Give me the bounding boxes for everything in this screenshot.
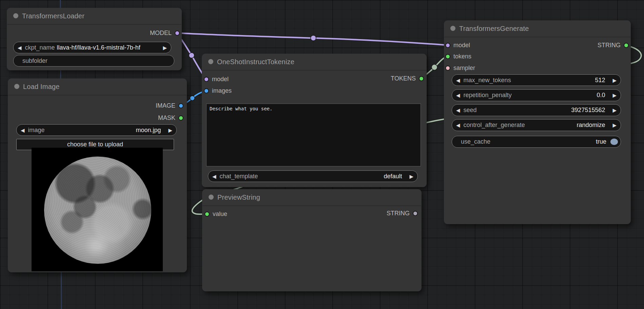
widget-image-filename[interactable]: ◀ image moon.jpg ▶: [16, 124, 177, 136]
mask-output-socket-icon[interactable]: [178, 115, 183, 121]
collapse-dot-icon[interactable]: [14, 84, 19, 89]
widget-max-new-tokens[interactable]: ◀ max_new_tokens 512 ▶: [452, 74, 621, 86]
value-input-socket-icon[interactable]: [204, 212, 210, 217]
combo-right-arrow-icon[interactable]: ▶: [168, 128, 172, 133]
output-string[interactable]: STRING: [387, 210, 418, 217]
combo-left-arrow-icon[interactable]: ◀: [456, 123, 460, 128]
string-output-socket-icon[interactable]: [413, 211, 418, 216]
node-transformers-loader[interactable]: TransformersLoader MODEL ◀ ckpt_name lla…: [7, 8, 182, 70]
widget-subfolder[interactable]: subfolder: [13, 55, 174, 67]
tokens-output-socket-icon[interactable]: [419, 76, 424, 81]
title-separator: [444, 37, 630, 37]
combo-left-arrow-icon[interactable]: ◀: [212, 174, 216, 179]
node-title: TransformersLoader: [22, 11, 84, 21]
input-tokens[interactable]: tokens: [445, 53, 471, 60]
image-output-socket-icon[interactable]: [178, 103, 183, 108]
title-separator: [8, 95, 187, 95]
widget-chat-template[interactable]: ◀ chat_template default ▶: [208, 170, 418, 182]
tokens-wire-midpoint-dot[interactable]: [432, 65, 437, 70]
model-output-socket-icon[interactable]: [175, 31, 180, 36]
input-model[interactable]: model: [445, 41, 470, 49]
output-string[interactable]: STRING: [598, 41, 629, 49]
input-value[interactable]: value: [204, 210, 227, 218]
string-output-socket-icon[interactable]: [624, 43, 629, 48]
title-separator: [7, 24, 181, 25]
prompt-textarea[interactable]: Describe what you see.: [206, 104, 421, 166]
combo-right-arrow-icon[interactable]: ▶: [612, 78, 617, 83]
widget-seed[interactable]: ◀ seed 3927515562 ▶: [452, 104, 621, 116]
output-image[interactable]: IMAGE: [156, 102, 183, 109]
node-title: OneShotInstructTokenize: [217, 57, 294, 67]
node-title: Load Image: [23, 82, 60, 91]
widget-use-cache[interactable]: use_cache true: [452, 136, 621, 148]
combo-right-arrow-icon[interactable]: ▶: [612, 123, 617, 128]
combo-right-arrow-icon[interactable]: ▶: [163, 45, 167, 50]
combo-left-arrow-icon[interactable]: ◀: [18, 45, 22, 50]
combo-left-arrow-icon[interactable]: ◀: [456, 93, 460, 98]
input-images[interactable]: images: [204, 87, 232, 94]
node-title: TransformersGenerate: [459, 24, 529, 33]
widget-ckpt-name[interactable]: ◀ ckpt_name llava-hf/llava-v1.6-mistral-…: [13, 42, 171, 53]
collapse-dot-icon[interactable]: [208, 59, 213, 64]
collapse-dot-icon[interactable]: [209, 195, 214, 200]
model-wire2-midpoint-dot[interactable]: [189, 53, 194, 58]
node-transformers-generate[interactable]: TransformersGenerate model tokens sample…: [444, 20, 631, 224]
node-preview-string[interactable]: PreviewString value STRING: [202, 189, 422, 291]
collapse-dot-icon[interactable]: [13, 13, 18, 18]
use-cache-toggle-icon[interactable]: [610, 139, 618, 145]
node-one-shot-instruct-tokenize[interactable]: OneShotInstructTokenize model images TOK…: [202, 54, 427, 187]
model-input-socket-icon[interactable]: [204, 77, 209, 82]
image-wire-midpoint-dot[interactable]: [190, 96, 195, 101]
output-tokens[interactable]: TOKENS: [391, 75, 424, 82]
combo-right-arrow-icon[interactable]: ▶: [409, 174, 413, 179]
widget-repetition-penalty[interactable]: ◀ repetition_penalty 0.0 ▶: [452, 89, 621, 101]
collapse-dot-icon[interactable]: [450, 26, 455, 31]
node-title: PreviewString: [217, 193, 260, 202]
title-separator: [202, 70, 426, 71]
input-sampler[interactable]: sampler: [445, 64, 475, 72]
combo-right-arrow-icon[interactable]: ▶: [612, 108, 617, 113]
title-separator: [202, 205, 421, 206]
combo-left-arrow-icon[interactable]: ◀: [456, 78, 460, 83]
node-load-image[interactable]: Load Image IMAGE MASK ◀ image moon.jpg ▶…: [8, 78, 187, 272]
model-input-socket-icon[interactable]: [445, 43, 450, 48]
input-model[interactable]: model: [204, 75, 229, 83]
widget-control-after-generate[interactable]: ◀ control_after_generate randomize ▶: [452, 119, 621, 131]
model-wire-midpoint-dot[interactable]: [311, 35, 316, 41]
image-preview: [32, 148, 163, 271]
output-mask[interactable]: MASK: [158, 114, 183, 122]
combo-left-arrow-icon[interactable]: ◀: [21, 128, 25, 133]
output-model[interactable]: MODEL: [150, 29, 180, 37]
sampler-input-socket-icon[interactable]: [445, 66, 450, 71]
node-graph-canvas[interactable]: TransformersLoader MODEL ◀ ckpt_name lla…: [0, 0, 644, 309]
tokens-input-socket-icon[interactable]: [445, 54, 450, 59]
combo-left-arrow-icon[interactable]: ◀: [456, 108, 460, 113]
moon-image: [44, 157, 151, 264]
combo-right-arrow-icon[interactable]: ▶: [612, 93, 617, 98]
images-input-socket-icon[interactable]: [204, 88, 209, 93]
